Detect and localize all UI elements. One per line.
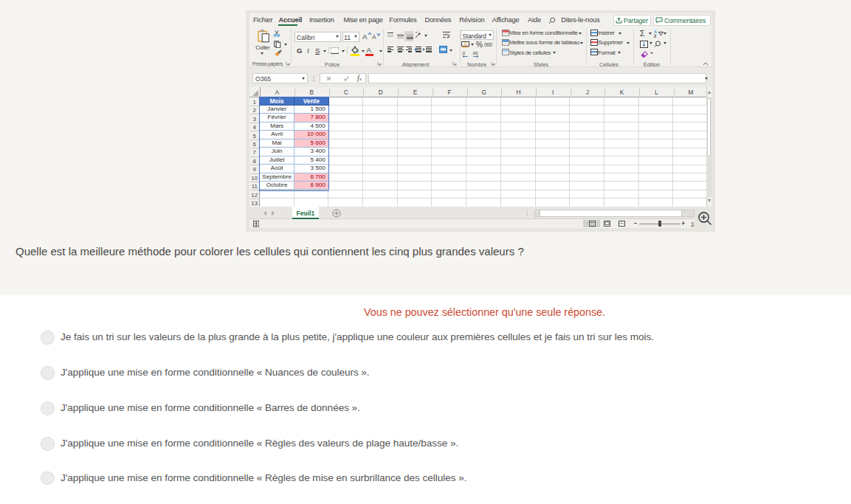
svg-text:,00: ,00 — [472, 51, 478, 55]
svg-text:Z: Z — [654, 34, 657, 38]
svg-text:,0: ,0 — [461, 51, 466, 55]
